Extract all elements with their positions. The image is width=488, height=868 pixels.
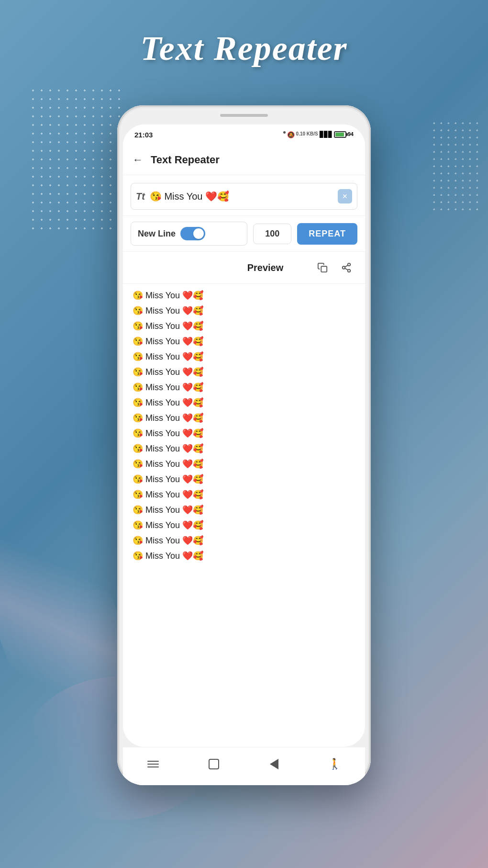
status-notifications: 🔕 0.10 KB/S ▊▊▊ 94 bbox=[283, 131, 354, 138]
preview-item: 😘 Miss You ❤️🥰 bbox=[133, 456, 355, 472]
preview-item: 😘 Miss You ❤️🥰 bbox=[133, 288, 355, 303]
nav-menu-button[interactable] bbox=[144, 755, 163, 774]
new-line-label: New Line bbox=[138, 229, 176, 239]
preview-item: 😘 Miss You ❤️🥰 bbox=[133, 426, 355, 441]
share-button[interactable] bbox=[337, 259, 355, 277]
phone-screen: 21:03 🔕 0.10 KB/S ▊▊▊ 94 ← Text Repeater… bbox=[123, 124, 365, 747]
battery-icon bbox=[334, 131, 346, 138]
preview-item: 😘 Miss You ❤️🥰 bbox=[133, 518, 355, 533]
preview-item: 😘 Miss You ❤️🥰 bbox=[133, 395, 355, 410]
notification-bell: 🔕 bbox=[287, 131, 295, 138]
preview-item: 😘 Miss You ❤️🥰 bbox=[133, 380, 355, 395]
input-section: Tt 😘 Miss You ❤️🥰 ✕ bbox=[123, 175, 365, 216]
header-title: Text Repeater bbox=[151, 154, 220, 166]
nav-person-button[interactable]: 🚶 bbox=[325, 755, 344, 774]
phone-frame: 21:03 🔕 0.10 KB/S ▊▊▊ 94 ← Text Repeater… bbox=[117, 105, 371, 785]
triangle-icon bbox=[270, 759, 278, 769]
svg-line-5 bbox=[345, 265, 348, 267]
back-button[interactable]: ← bbox=[133, 154, 143, 166]
nav-home-button[interactable] bbox=[204, 755, 223, 774]
preview-item: 😘 Miss You ❤️🥰 bbox=[133, 334, 355, 349]
share-icon bbox=[341, 262, 352, 273]
preview-section: Preview bbox=[123, 252, 365, 567]
network-info: 0.10 KB/S bbox=[296, 131, 318, 138]
preview-item: 😘 Miss You ❤️🥰 bbox=[133, 303, 355, 318]
dots-left bbox=[29, 86, 124, 230]
preview-item: 😘 Miss You ❤️🥰 bbox=[133, 487, 355, 502]
app-title: Text Repeater bbox=[0, 29, 488, 68]
phone-nav: 🚶 bbox=[123, 747, 365, 785]
text-input-row: Tt 😘 Miss You ❤️🥰 ✕ bbox=[131, 183, 357, 210]
dots-right bbox=[431, 120, 478, 215]
new-line-toggle[interactable] bbox=[180, 227, 205, 240]
signal-bars: ▊▊▊ bbox=[320, 131, 333, 138]
app-header: ← Text Repeater bbox=[123, 145, 365, 175]
svg-line-4 bbox=[345, 268, 348, 270]
repeat-button[interactable]: REPEAT bbox=[297, 223, 357, 245]
clear-icon: ✕ bbox=[342, 192, 348, 200]
copy-icon bbox=[317, 262, 328, 273]
controls-row: New Line REPEAT bbox=[123, 216, 365, 252]
preview-item: 😘 Miss You ❤️🥰 bbox=[133, 533, 355, 548]
text-input-value[interactable]: 😘 Miss You ❤️🥰 bbox=[150, 191, 333, 202]
new-line-group: New Line bbox=[131, 222, 247, 246]
preview-item: 😘 Miss You ❤️🥰 bbox=[133, 349, 355, 364]
count-input[interactable] bbox=[253, 224, 291, 244]
preview-item: 😘 Miss You ❤️🥰 bbox=[133, 441, 355, 456]
hamburger-icon bbox=[147, 761, 159, 767]
preview-item: 😘 Miss You ❤️🥰 bbox=[133, 548, 355, 564]
preview-item: 😘 Miss You ❤️🥰 bbox=[133, 410, 355, 426]
preview-title: Preview bbox=[223, 262, 308, 273]
battery-fill bbox=[335, 133, 344, 136]
preview-item: 😘 Miss You ❤️🥰 bbox=[133, 472, 355, 487]
copy-button[interactable] bbox=[313, 259, 332, 277]
preview-item: 😘 Miss You ❤️🥰 bbox=[133, 364, 355, 380]
notif-dot-1 bbox=[283, 131, 286, 134]
text-format-icon: Tt bbox=[136, 191, 145, 202]
battery-percent: 94 bbox=[348, 131, 354, 138]
preview-header: Preview bbox=[123, 252, 365, 284]
preview-item: 😘 Miss You ❤️🥰 bbox=[133, 318, 355, 334]
clear-button[interactable]: ✕ bbox=[338, 189, 352, 203]
preview-list: 😘 Miss You ❤️🥰😘 Miss You ❤️🥰😘 Miss You ❤… bbox=[123, 284, 365, 567]
svg-rect-0 bbox=[321, 266, 327, 272]
preview-item: 😘 Miss You ❤️🥰 bbox=[133, 502, 355, 518]
person-icon: 🚶 bbox=[328, 758, 341, 770]
nav-back-button[interactable] bbox=[265, 755, 284, 774]
status-time: 21:03 bbox=[134, 131, 153, 139]
status-bar: 21:03 🔕 0.10 KB/S ▊▊▊ 94 bbox=[123, 124, 365, 145]
square-icon bbox=[209, 759, 219, 769]
